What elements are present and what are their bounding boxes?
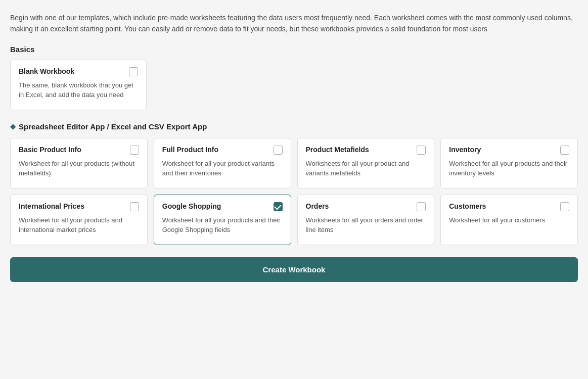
inventory-header: Inventory: [449, 146, 569, 155]
full-product-info-header: Full Product Info: [162, 146, 283, 155]
orders-card[interactable]: Orders Worksheets for all your orders an…: [297, 195, 435, 245]
blank-workbook-card-header: Blank Workbook: [19, 67, 138, 76]
full-product-info-title: Full Product Info: [162, 146, 274, 154]
google-shopping-checkbox[interactable]: [274, 202, 283, 211]
basic-product-info-card[interactable]: Basic Product Info Worksheet for all you…: [10, 138, 148, 188]
blank-workbook-checkbox[interactable]: [129, 67, 138, 76]
diamond-icon: ◆: [10, 122, 16, 130]
basic-product-info-description: Worksheet for all your products (without…: [19, 159, 139, 178]
customers-description: Worksheet for all your customers: [449, 215, 569, 225]
international-prices-checkbox[interactable]: [130, 202, 139, 211]
inventory-checkbox[interactable]: [560, 146, 569, 155]
orders-title: Orders: [306, 202, 417, 210]
international-prices-header: International Prices: [19, 202, 139, 211]
basics-card-grid: Blank Workbook The same, blank workbook …: [10, 60, 578, 110]
orders-description: Worksheets for all your orders and order…: [306, 215, 426, 235]
product-metafields-header: Product Metafields: [306, 146, 426, 155]
spreadsheet-row1: Basic Product Info Worksheet for all you…: [10, 138, 578, 188]
product-metafields-checkbox[interactable]: [417, 146, 426, 155]
product-metafields-card[interactable]: Product Metafields Worksheets for all yo…: [297, 138, 435, 188]
spreadsheet-section-title: ◆ Spreadsheet Editor App / Excel and CSV…: [10, 122, 578, 131]
blank-workbook-title: Blank Workbook: [19, 67, 129, 75]
basic-product-info-checkbox[interactable]: [130, 146, 139, 155]
customers-title: Customers: [449, 202, 560, 210]
basic-product-info-title: Basic Product Info: [19, 146, 130, 154]
full-product-info-description: Worksheet for all your product variants …: [162, 159, 283, 178]
full-product-info-checkbox[interactable]: [274, 146, 283, 155]
product-metafields-description: Worksheets for all your product and vari…: [306, 159, 426, 178]
full-product-info-card[interactable]: Full Product Info Worksheet for all your…: [154, 138, 291, 188]
orders-header: Orders: [306, 202, 426, 211]
basic-product-info-header: Basic Product Info: [19, 146, 139, 155]
customers-header: Customers: [449, 202, 569, 211]
google-shopping-header: Google Shopping: [162, 202, 283, 211]
google-shopping-title: Google Shopping: [162, 202, 274, 210]
basics-title: Basics: [10, 45, 578, 54]
blank-workbook-description: The same, blank workbook that you get in…: [19, 80, 138, 100]
google-shopping-card[interactable]: Google Shopping Worksheet for all your p…: [154, 195, 291, 245]
international-prices-description: Worksheet for all your products and inte…: [19, 215, 139, 235]
spreadsheet-section: ◆ Spreadsheet Editor App / Excel and CSV…: [10, 122, 578, 245]
blank-workbook-card[interactable]: Blank Workbook The same, blank workbook …: [10, 60, 147, 110]
customers-card[interactable]: Customers Worksheet for all your custome…: [440, 195, 578, 245]
basics-section: Basics Blank Workbook The same, blank wo…: [10, 45, 578, 110]
spreadsheet-title-text: Spreadsheet Editor App / Excel and CSV E…: [19, 122, 207, 131]
orders-checkbox[interactable]: [417, 202, 426, 211]
international-prices-title: International Prices: [19, 202, 130, 210]
international-prices-card[interactable]: International Prices Worksheet for all y…: [10, 195, 148, 245]
customers-checkbox[interactable]: [560, 202, 569, 211]
inventory-description: Worksheet for all your products and thei…: [449, 159, 569, 178]
google-shopping-description: Worksheet for all your products and thei…: [162, 215, 283, 235]
inventory-title: Inventory: [449, 146, 560, 154]
product-metafields-title: Product Metafields: [306, 146, 417, 154]
inventory-card[interactable]: Inventory Worksheet for all your product…: [440, 138, 578, 188]
intro-text: Begin with one of our templates, which i…: [10, 12, 578, 35]
create-workbook-button[interactable]: Create Workbook: [10, 257, 578, 282]
spreadsheet-row2: International Prices Worksheet for all y…: [10, 195, 578, 245]
